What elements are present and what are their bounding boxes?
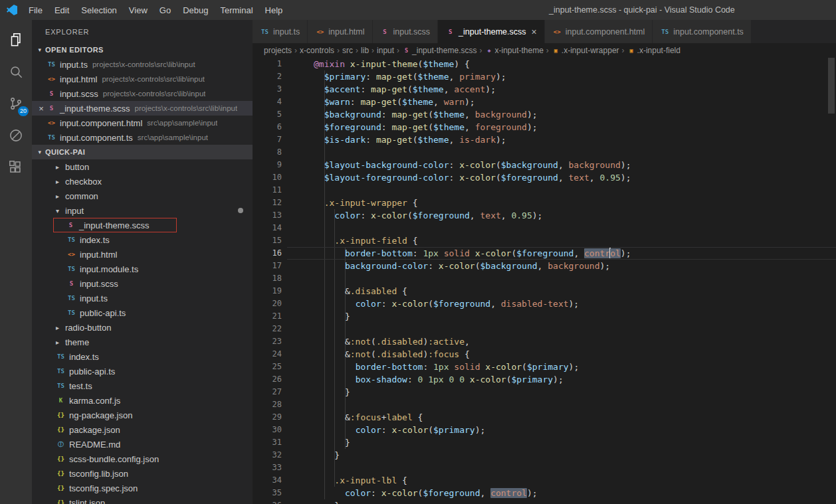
line-number[interactable]: 11	[253, 184, 287, 197]
line-number[interactable]: 26	[253, 373, 287, 386]
line-number[interactable]: 22	[253, 323, 287, 335]
tree-item-folder[interactable]: ▾input	[32, 203, 253, 218]
code-line[interactable]: 25 border-bottom: 1px solid x-color($pri…	[253, 361, 836, 373]
line-number[interactable]: 2	[253, 70, 287, 83]
code-line[interactable]: 7 $is-dark: map-get($theme, is-dark);	[253, 133, 836, 146]
menu-file[interactable]: File	[23, 5, 49, 15]
line-number[interactable]: 31	[253, 436, 287, 449]
tree-item-file[interactable]: TSinput.ts	[32, 291, 253, 305]
line-number[interactable]: 24	[253, 348, 287, 361]
line-number[interactable]: 21	[253, 310, 287, 323]
line-number[interactable]: 8	[253, 146, 287, 159]
code-line[interactable]: 2 $primary: map-get($theme, primary);	[253, 70, 836, 83]
code-line[interactable]: 15 .x-input-field {	[253, 234, 836, 247]
source-control-icon[interactable]: 20	[0, 88, 32, 120]
extensions-icon[interactable]	[0, 151, 32, 183]
line-number[interactable]: 35	[253, 487, 287, 499]
code-line[interactable]: 5 $background: map-get($theme, backgroun…	[253, 108, 836, 121]
menu-help[interactable]: Help	[259, 5, 289, 15]
tree-item-file[interactable]: {}scss-bundle.config.json	[32, 452, 253, 466]
line-number[interactable]: 16	[253, 247, 287, 260]
menu-selection[interactable]: Selection	[75, 5, 122, 15]
line-number[interactable]: 12	[253, 197, 287, 209]
code-line[interactable]: 17 background-color: x-color($background…	[253, 260, 836, 272]
code-line[interactable]: 10 $layout-foreground-color: x-color($fo…	[253, 171, 836, 184]
code-line[interactable]: 19 &.disabled {	[253, 285, 836, 297]
code-line[interactable]: 20 color: x-color($foreground, disabled-…	[253, 297, 836, 310]
tree-item-file[interactable]: {}ng-package.json	[32, 408, 253, 422]
breadcrumb-item[interactable]: ▣.x-input-field	[627, 46, 680, 55]
code-line[interactable]: 35 color: x-color($foreground, control);	[253, 487, 836, 499]
tree-item-file[interactable]: {}tsconfig.spec.json	[32, 481, 253, 495]
line-number[interactable]: 30	[253, 424, 287, 436]
tree-item-folder[interactable]: ▸radio-button	[32, 320, 253, 335]
breadcrumb-item[interactable]: input	[377, 46, 394, 55]
tree-item-file[interactable]: TSpublic-api.ts	[32, 364, 253, 378]
line-number[interactable]: 1	[253, 58, 287, 70]
tree-item-file[interactable]: TSpublic-api.ts	[32, 305, 253, 320]
breadcrumb-item[interactable]: projects	[264, 46, 292, 55]
line-number[interactable]: 33	[253, 462, 287, 474]
line-number[interactable]: 3	[253, 83, 287, 96]
editor-tab[interactable]: <>input.component.html	[545, 20, 653, 43]
line-number[interactable]: 17	[253, 260, 287, 272]
code-line[interactable]: 33	[253, 462, 836, 474]
line-number[interactable]: 28	[253, 398, 287, 411]
tree-item-file[interactable]: TStest.ts	[32, 378, 253, 393]
line-number[interactable]: 34	[253, 474, 287, 487]
open-editor-item[interactable]: ×S_input-theme.scssprojects\x-controls\s…	[32, 101, 253, 116]
menu-debug[interactable]: Debug	[177, 5, 214, 15]
tree-item-file[interactable]: {}tslint.json	[32, 495, 253, 504]
tree-item-folder[interactable]: ▸checkbox	[32, 174, 253, 189]
code-line[interactable]: 12 .x-input-wrapper {	[253, 197, 836, 209]
code-line[interactable]: 26 box-shadow: 0 1px 0 0 x-color($primar…	[253, 373, 836, 386]
tree-item-file[interactable]: {}package.json	[32, 422, 253, 437]
code-line[interactable]: 21 }	[253, 310, 836, 323]
code-line[interactable]: 36 }	[253, 499, 836, 504]
breadcrumb-item[interactable]: ◈x-input-theme	[484, 46, 543, 55]
code-line[interactable]: 13 color: x-color($foreground, text, 0.9…	[253, 209, 836, 222]
menu-view[interactable]: View	[123, 5, 154, 15]
code-line[interactable]: 32 }	[253, 449, 836, 462]
line-number[interactable]: 23	[253, 335, 287, 348]
tree-item-file[interactable]: ⓘREADME.md	[32, 437, 253, 452]
code-line[interactable]: 34 .x-input-lbl {	[253, 474, 836, 487]
open-editors-header[interactable]: ▾ OPEN EDITORS	[32, 42, 253, 57]
code-line[interactable]: 18	[253, 272, 836, 285]
code-editor[interactable]: 1@mixin x-input-theme($theme) {2 $primar…	[253, 58, 836, 504]
code-line[interactable]: 27 }	[253, 386, 836, 398]
tree-item-file[interactable]: {}tsconfig.lib.json	[32, 466, 253, 481]
tree-item-file[interactable]: TSinput.module.ts	[32, 262, 253, 276]
open-editor-item[interactable]: TSinput.tsprojects\x-controls\src\lib\in…	[32, 57, 253, 72]
tree-item-folder[interactable]: ▸theme	[32, 335, 253, 349]
tree-item-folder[interactable]: ▸common	[32, 189, 253, 203]
project-header[interactable]: ▾ QUICK-PAI	[32, 145, 253, 159]
breadcrumb-item[interactable]: x-controls	[300, 46, 334, 55]
breadcrumb-item[interactable]: lib	[361, 46, 369, 55]
line-number[interactable]: 10	[253, 171, 287, 184]
code-line[interactable]: 1@mixin x-input-theme($theme) {	[253, 58, 836, 70]
code-line[interactable]: 29 &:focus+label {	[253, 411, 836, 424]
line-number[interactable]: 5	[253, 108, 287, 121]
menu-go[interactable]: Go	[154, 5, 177, 15]
code-line[interactable]: 3 $accent: map-get($theme, accent);	[253, 83, 836, 96]
code-line[interactable]: 6 $foreground: map-get($theme, foregroun…	[253, 121, 836, 133]
open-editor-item[interactable]: <>input.component.htmlsrc\app\sample\inp…	[32, 116, 253, 130]
open-editor-item[interactable]: <>input.htmlprojects\x-controls\src\lib\…	[32, 72, 253, 86]
line-number[interactable]: 29	[253, 411, 287, 424]
tree-item-file[interactable]: TSindex.ts	[32, 232, 253, 247]
line-number[interactable]: 20	[253, 297, 287, 310]
code-line[interactable]: 31 }	[253, 436, 836, 449]
line-number[interactable]: 4	[253, 96, 287, 108]
line-number[interactable]: 7	[253, 133, 287, 146]
open-editor-item[interactable]: TSinput.component.tssrc\app\sample\input	[32, 130, 253, 145]
line-number[interactable]: 27	[253, 386, 287, 398]
code-line[interactable]: 23 &:not(.disabled):active,	[253, 335, 836, 348]
code-line[interactable]: 4 $warn: map-get($theme, warn);	[253, 96, 836, 108]
line-number[interactable]: 15	[253, 234, 287, 247]
search-icon[interactable]	[0, 56, 32, 88]
editor-tab[interactable]: TSinput.component.ts	[653, 20, 752, 43]
code-line[interactable]: 8	[253, 146, 836, 159]
editor-tab[interactable]: <>input.html	[308, 20, 372, 43]
tree-item-file[interactable]: Sinput.scss	[32, 276, 253, 291]
